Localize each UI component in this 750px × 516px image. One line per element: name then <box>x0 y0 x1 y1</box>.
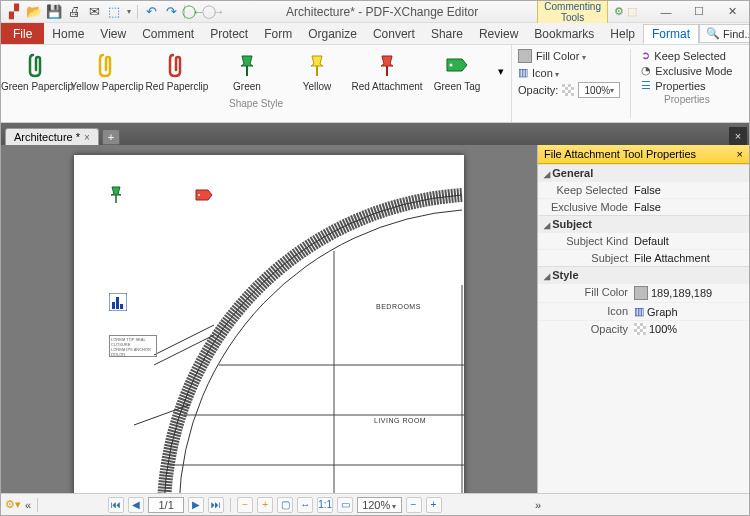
prop-fill-color[interactable]: Fill Color189,189,189 <box>538 283 749 302</box>
print-icon[interactable]: 🖨 <box>65 3 83 21</box>
menu-comment[interactable]: Comment <box>134 23 202 44</box>
close-tab-icon[interactable]: × <box>84 132 90 143</box>
menu-home[interactable]: Home <box>44 23 92 44</box>
opacity-input[interactable]: 100% <box>578 82 620 98</box>
redo-icon[interactable]: ↷ <box>162 3 180 21</box>
menu-review[interactable]: Review <box>471 23 526 44</box>
window-title: Architecture* - PDF-XChange Editor <box>227 5 537 19</box>
zoom-in-button[interactable]: + <box>257 497 273 513</box>
properties-panel-title: File Attachment Tool Properties × <box>538 145 749 164</box>
zoom-out-button[interactable]: − <box>237 497 253 513</box>
fit-visible-button[interactable]: ▭ <box>337 497 353 513</box>
group-caption: Shape Style <box>1 98 511 111</box>
keep-selected-toggle[interactable]: ➲Keep Selected <box>641 49 732 62</box>
scan-icon[interactable]: ⬚ <box>105 3 123 21</box>
shape-green-pin[interactable]: Green <box>213 49 281 94</box>
collapse-icon[interactable]: « <box>25 499 31 511</box>
svg-rect-16 <box>116 297 119 309</box>
menu-format[interactable]: Format <box>643 24 699 44</box>
fill-swatch[interactable] <box>518 49 532 63</box>
shape-yellow-pin[interactable]: Yellow <box>283 49 351 94</box>
menu-protect[interactable]: Protect <box>202 23 256 44</box>
actual-size-button[interactable]: 1:1 <box>317 497 333 513</box>
page-number-input[interactable]: 1/1 <box>148 497 184 513</box>
app-icon: ▞ <box>5 3 23 21</box>
next-page-button[interactable]: ▶ <box>188 497 204 513</box>
properties-button[interactable]: ☰Properties <box>641 79 732 92</box>
callout-note: LOREM TOP SEAL CLOSURELOREM IPS ANCHORDO… <box>109 335 157 357</box>
prop-icon[interactable]: Icon▥Graph <box>538 302 749 320</box>
find-button[interactable]: 🔍Find... <box>699 24 750 43</box>
last-page-button[interactable]: ⏭ <box>208 497 224 513</box>
minimize-button[interactable]: — <box>651 3 681 21</box>
save-icon[interactable]: 💾 <box>45 3 63 21</box>
shape-red-pin[interactable]: Red Attachment <box>353 49 421 94</box>
doc-tab-architecture[interactable]: Architecture *× <box>5 128 99 145</box>
shape-style-group: Green Paperclip Yellow Paperclip Red Pap… <box>1 45 512 122</box>
annot-red-tag[interactable] <box>194 188 214 202</box>
menu-view[interactable]: View <box>92 23 134 44</box>
add-tab-button[interactable]: + <box>102 129 120 145</box>
options-icon[interactable]: ⚙▾ <box>5 498 21 511</box>
prop-keep-selected[interactable]: Keep SelectedFalse <box>538 181 749 198</box>
prev-page-button[interactable]: ◀ <box>128 497 144 513</box>
exclusive-mode-toggle[interactable]: ◔Exclusive Mode <box>641 64 732 77</box>
menu-help[interactable]: Help <box>602 23 643 44</box>
menu-form[interactable]: Form <box>256 23 300 44</box>
prop-subject[interactable]: SubjectFile Attachment <box>538 249 749 266</box>
fit-page-button[interactable]: ▢ <box>277 497 293 513</box>
panel-close-icon[interactable]: × <box>737 148 743 160</box>
commenting-tools-tab[interactable]: CommentingTools <box>537 0 608 26</box>
launch-icon[interactable]: ⬚ <box>627 5 637 18</box>
prop-exclusive-mode[interactable]: Exclusive ModeFalse <box>538 198 749 215</box>
menu-share[interactable]: Share <box>423 23 471 44</box>
file-menu[interactable]: File <box>1 23 44 44</box>
graph-icon: ▥ <box>634 305 644 318</box>
shape-more[interactable]: ▾ <box>493 49 509 94</box>
section-style[interactable]: Style <box>538 266 749 283</box>
properties-options: ➲Keep Selected ◔Exclusive Mode ☰Properti… <box>641 49 732 118</box>
fit-width-button[interactable]: ↔ <box>297 497 313 513</box>
svg-point-3 <box>450 64 453 67</box>
section-subject[interactable]: Subject <box>538 215 749 232</box>
checker-icon <box>634 323 646 335</box>
annot-green-pin[interactable] <box>109 185 123 203</box>
shape-green-tag[interactable]: Green Tag <box>423 49 491 94</box>
section-general[interactable]: General <box>538 164 749 181</box>
expand-icon[interactable]: » <box>535 499 541 511</box>
graph-icon: ▥ <box>518 66 528 79</box>
annot-graph[interactable] <box>109 293 127 311</box>
first-page-button[interactable]: ⏮ <box>108 497 124 513</box>
menu-organize[interactable]: Organize <box>300 23 365 44</box>
menu-bar: File Home View Comment Protect Form Orga… <box>1 23 749 45</box>
forward-icon[interactable]: ⃝→ <box>209 3 227 21</box>
back-icon[interactable]: ⃝← <box>189 3 207 21</box>
menu-convert[interactable]: Convert <box>365 23 423 44</box>
menu-bookmarks[interactable]: Bookmarks <box>526 23 602 44</box>
zoom-input[interactable]: 120% <box>357 497 401 513</box>
close-button[interactable]: ✕ <box>717 3 747 21</box>
qat-dropdown[interactable] <box>125 3 133 21</box>
shape-red-paperclip[interactable]: Red Paperclip <box>143 49 211 94</box>
prop-opacity[interactable]: Opacity100% <box>538 320 749 337</box>
shape-yellow-paperclip[interactable]: Yellow Paperclip <box>73 49 141 94</box>
shape-green-paperclip[interactable]: Green Paperclip <box>3 49 71 94</box>
tag-icon <box>443 51 471 79</box>
pushpin-icon <box>373 51 401 79</box>
prop-subject-kind[interactable]: Subject KindDefault <box>538 232 749 249</box>
fill-color-swatch <box>634 286 648 300</box>
document-viewport[interactable]: BEDROOMS LIVING ROOM LOREM TOP SEAL CLOS… <box>1 145 537 493</box>
undo-icon[interactable]: ↶ <box>142 3 160 21</box>
zoom-out-2[interactable]: − <box>406 497 422 513</box>
label-bedrooms: BEDROOMS <box>376 303 421 310</box>
ui-options-icon[interactable]: ⚙ <box>614 5 624 18</box>
fill-color-dropdown[interactable]: Fill Color <box>536 50 586 62</box>
maximize-button[interactable]: ☐ <box>684 3 714 21</box>
paperclip-icon <box>163 51 191 79</box>
icon-dropdown[interactable]: Icon <box>532 67 559 79</box>
open-icon[interactable]: 📂 <box>25 3 43 21</box>
close-doc-button[interactable]: × <box>729 127 747 145</box>
mail-icon[interactable]: ✉ <box>85 3 103 21</box>
zoom-in-2[interactable]: + <box>426 497 442 513</box>
main-area: BEDROOMS LIVING ROOM LOREM TOP SEAL CLOS… <box>1 145 749 493</box>
